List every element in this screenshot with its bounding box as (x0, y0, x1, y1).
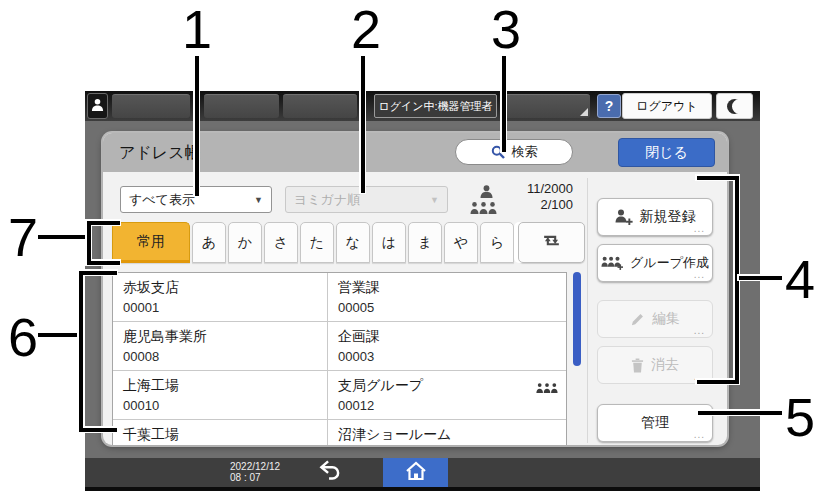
callout-number-2: 2 (346, 2, 386, 56)
list-item[interactable]: 沼津ショールーム (327, 420, 566, 445)
help-button[interactable]: ? (597, 94, 621, 118)
user-button[interactable] (87, 93, 108, 119)
date-time: 2022/12/12 08 : 07 (230, 461, 280, 483)
home-icon (405, 461, 427, 485)
callout-number-7: 7 (3, 210, 43, 264)
screen-bezel (85, 487, 760, 491)
entry-name: 企画課 (338, 326, 556, 347)
topbar-slot-1 (112, 94, 190, 118)
home-button[interactable] (383, 458, 448, 487)
table-row: 赤坂支店 00001 営業課 00005 (113, 273, 566, 322)
tab-kana-a[interactable]: あ (192, 222, 226, 263)
energy-saver-button[interactable] (716, 93, 753, 119)
tab-kana-ya[interactable]: や (444, 222, 478, 263)
list-item[interactable]: 鹿児島事業所 00008 (113, 322, 327, 370)
tab-label: か (238, 234, 252, 252)
tab-kana-ka[interactable]: か (228, 222, 262, 263)
annotated-screenshot-figure: ログイン中:機器管理者 ? ログアウト アドレス帳 (0, 0, 815, 493)
user-icon (91, 97, 104, 115)
delete-button[interactable]: 消去 ... (597, 346, 713, 384)
entry-number: 00012 (338, 396, 556, 415)
chevron-down-icon: ▼ (254, 195, 263, 205)
search-button[interactable]: 検索 (455, 139, 573, 165)
close-label: 閉じる (645, 144, 688, 162)
callout-bracket-7 (87, 221, 120, 265)
entry-name: 鹿児島事業所 (123, 326, 317, 347)
entry-name: 赤坂支店 (123, 277, 317, 298)
entry-name: 沼津ショールーム (338, 424, 556, 445)
tab-frequent[interactable]: 常用 (112, 222, 190, 263)
tab-kana-ha[interactable]: は (372, 222, 406, 263)
back-arrow-icon (318, 460, 342, 485)
edit-button[interactable]: 編集 ... (597, 300, 713, 338)
chevron-down-icon: ▼ (430, 195, 439, 205)
table-row: 上海工場 00010 支局グループ 00012 (113, 371, 566, 420)
delete-label: 消去 (651, 356, 679, 374)
callout-number-4: 4 (780, 252, 815, 306)
tab-label: ら (490, 234, 504, 252)
tab-kana-ma[interactable]: ま (408, 222, 442, 263)
logout-label: ログアウト (636, 98, 697, 115)
person-add-icon (615, 209, 633, 225)
create-group-button[interactable]: グループ作成 ... (597, 244, 713, 282)
corner-triangle-icon (580, 108, 588, 116)
tab-label: た (310, 234, 324, 252)
tab-label: や (454, 234, 468, 252)
callout-line-6 (38, 333, 82, 337)
login-status-label: ログイン中:機器管理者 (378, 99, 492, 114)
tab-label: ま (418, 234, 432, 252)
tab-kana-ta[interactable]: た (300, 222, 334, 263)
entry-name: 営業課 (338, 277, 556, 298)
table-row: 鹿児島事業所 00008 企画課 00003 (113, 322, 566, 371)
entry-number: 00001 (123, 298, 317, 317)
list-item[interactable]: 上海工場 00010 (113, 371, 327, 419)
login-status[interactable]: ログイン中:機器管理者 (374, 94, 497, 118)
sort-order-dropdown[interactable]: ヨミガナ順 ▼ (285, 186, 448, 213)
callout-number-5: 5 (780, 390, 815, 444)
user-count: 11/2000 (503, 182, 573, 196)
entry-number: 00008 (123, 347, 317, 366)
register-new-button[interactable]: 新規登録 ... (597, 198, 713, 236)
list-item[interactable]: 赤坂支店 00001 (113, 273, 327, 321)
close-button[interactable]: 閉じる (618, 138, 715, 167)
back-button[interactable] (315, 460, 345, 485)
group-count: 2/100 (503, 198, 573, 212)
manage-button[interactable]: 管理 ... (597, 404, 713, 442)
callout-number-6: 6 (3, 310, 43, 364)
list-item[interactable]: 支局グループ 00012 (327, 371, 566, 419)
callout-number-3: 3 (486, 2, 526, 56)
switch-display-button[interactable] (518, 222, 585, 263)
display-filter-value: すべて表示 (129, 191, 195, 209)
logout-button[interactable]: ログアウト (622, 93, 712, 119)
list-item[interactable]: 企画課 00003 (327, 322, 566, 370)
callout-line-2 (361, 56, 365, 193)
group-count-icon (470, 200, 497, 218)
tab-label: さ (274, 234, 288, 252)
register-new-label: 新規登録 (640, 208, 696, 226)
search-label: 検索 (512, 143, 538, 161)
tab-label: は (382, 234, 396, 252)
sort-order-value: ヨミガナ順 (294, 191, 360, 209)
swap-arrows-icon (541, 231, 562, 254)
tab-label: 常用 (137, 233, 165, 251)
tab-kana-sa[interactable]: さ (264, 222, 298, 263)
entry-name: 千葉工場 (123, 424, 317, 445)
callout-number-1: 1 (177, 2, 217, 56)
topbar-slot-4 (505, 94, 590, 118)
device-screen: ログイン中:機器管理者 ? ログアウト アドレス帳 (85, 91, 760, 491)
list-item[interactable]: 営業課 00005 (327, 273, 566, 321)
list-item[interactable]: 千葉工場 (113, 420, 327, 445)
page-title: アドレス帳 (119, 133, 201, 172)
time-label: 08 : 07 (230, 472, 280, 483)
entry-name: 支局グループ (338, 375, 556, 396)
tab-kana-na[interactable]: な (336, 222, 370, 263)
panel-divider (587, 178, 588, 443)
list-scrollbar[interactable] (573, 272, 581, 366)
tab-kana-ra[interactable]: ら (480, 222, 514, 263)
callout-line-4 (739, 276, 782, 280)
date-label: 2022/12/12 (230, 461, 280, 472)
more-indicator: ... (694, 429, 705, 440)
address-list: 赤坂支店 00001 営業課 00005 鹿児島事業所 00008 企画課 (112, 272, 567, 445)
callout-bracket-6 (79, 271, 117, 432)
callout-line-5 (698, 411, 782, 415)
